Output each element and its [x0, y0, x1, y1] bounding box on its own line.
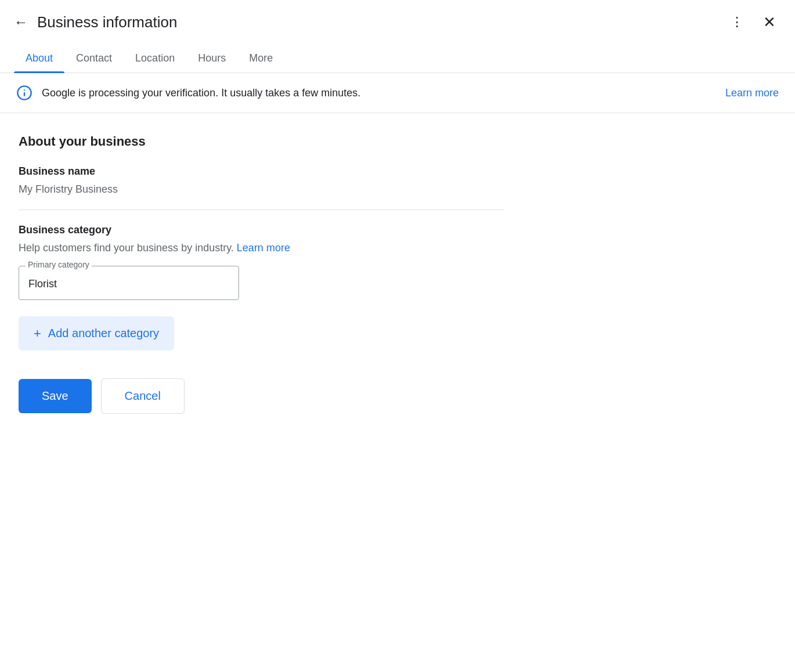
add-category-label: Add another category: [48, 327, 159, 340]
action-buttons: Save Cancel: [19, 378, 504, 414]
more-options-button[interactable]: ⋮: [725, 10, 749, 34]
tab-location[interactable]: Location: [124, 44, 186, 73]
info-learn-more-link[interactable]: Learn more: [725, 87, 779, 99]
tab-contact[interactable]: Contact: [64, 44, 124, 73]
page-title: Business information: [37, 13, 725, 31]
main-content: About your business Business name My Flo…: [0, 113, 522, 435]
close-button[interactable]: ✕: [758, 10, 781, 34]
tab-more[interactable]: More: [237, 44, 284, 73]
tabs-nav: About Contact Location Hours More: [0, 44, 795, 73]
info-banner-text: Google is processing your verification. …: [42, 87, 716, 99]
tab-about[interactable]: About: [14, 44, 64, 73]
back-button[interactable]: ←: [14, 15, 28, 29]
primary-category-wrapper: Primary category: [19, 266, 239, 300]
info-icon: [16, 85, 32, 101]
business-category-label: Business category: [19, 224, 504, 236]
info-banner: Google is processing your verification. …: [0, 73, 795, 113]
category-learn-more-link[interactable]: Learn more: [237, 242, 290, 254]
category-description: Help customers find your business by ind…: [19, 242, 504, 254]
header-actions: ⋮ ✕: [725, 10, 781, 34]
section-title: About your business: [19, 134, 504, 149]
divider: [19, 209, 504, 210]
primary-category-input[interactable]: [19, 266, 239, 300]
header: ← Business information ⋮ ✕: [0, 0, 795, 44]
add-category-button[interactable]: + Add another category: [19, 316, 174, 351]
add-icon: +: [34, 327, 41, 340]
save-button[interactable]: Save: [19, 379, 92, 413]
cancel-button[interactable]: Cancel: [101, 378, 185, 414]
business-name-value: My Floristry Business: [19, 183, 504, 196]
tab-hours[interactable]: Hours: [186, 44, 237, 73]
business-name-label: Business name: [19, 165, 504, 178]
primary-category-float-label: Primary category: [26, 260, 92, 269]
